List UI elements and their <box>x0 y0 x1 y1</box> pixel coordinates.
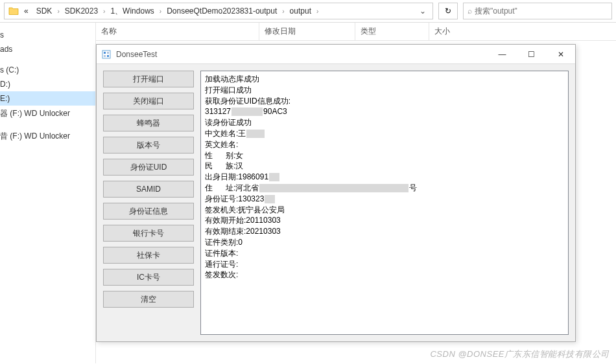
sidebar-item[interactable]: s (C:) <box>0 63 95 77</box>
column-headers: 名称 修改日期 类型 大小 <box>96 23 616 41</box>
search-icon: ⌕ <box>468 6 472 16</box>
output-line: 证件类别:0 <box>205 237 564 248</box>
app-title: DonseeTest <box>116 50 488 59</box>
output-line: 英文姓名: <box>205 139 564 150</box>
output-line: 读身份证成功 <box>205 117 564 128</box>
close-button[interactable]: ✕ <box>546 45 575 63</box>
app-button-6[interactable]: 身份证信息 <box>103 203 194 220</box>
sidebar-spacer <box>0 56 95 63</box>
maximize-button[interactable]: ☐ <box>517 45 546 63</box>
title-bar[interactable]: DonseeTest — ☐ ✕ <box>97 45 575 64</box>
svg-rect-1 <box>104 52 106 54</box>
app-button-2[interactable]: 蜂鸣器 <box>103 115 194 131</box>
app-button-9[interactable]: IC卡号 <box>103 269 194 286</box>
app-button-0[interactable]: 打开端口 <box>103 71 194 87</box>
chevron-right-icon: › <box>56 8 60 15</box>
chevron-right-icon: › <box>102 8 106 15</box>
folder-icon <box>7 5 20 17</box>
output-line: 签发数次: <box>205 269 564 280</box>
output-line: 证件版本: <box>205 248 564 259</box>
output-line: 加载动态库成功 <box>205 74 564 85</box>
app-button-4[interactable]: 身份证UID <box>103 159 194 176</box>
redacted-block <box>265 195 275 203</box>
redacted-block <box>269 173 279 181</box>
app-button-3[interactable]: 版本号 <box>103 137 194 154</box>
app-button-7[interactable]: 银行卡号 <box>103 225 194 242</box>
address-bar: « SDK › SDK2023 › 1、Windows › DonseeQtDe… <box>0 0 616 23</box>
chevron-right-icon: › <box>158 8 163 15</box>
column-header-type[interactable]: 类型 <box>355 23 429 40</box>
output-line: 有效期开始:20110303 <box>205 215 564 226</box>
breadcrumb-seg-2[interactable]: 1、Windows <box>106 4 158 19</box>
redacted-block <box>231 108 263 116</box>
sidebar-item[interactable]: E:) <box>0 91 95 106</box>
sidebar-item[interactable]: 昔 (F:) WD Unlocker <box>0 128 95 144</box>
sidebar-item[interactable]: ads <box>0 42 95 56</box>
app-window: DonseeTest — ☐ ✕ 打开端口关闭端口蜂鸣器版本号身份证UIDSAM… <box>96 44 576 342</box>
output-line: 获取身份证UID信息成功: <box>205 96 564 107</box>
output-line: 中文姓名:王 <box>205 128 564 139</box>
breadcrumb-seg-4[interactable]: output <box>286 5 315 17</box>
button-panel: 打开端口关闭端口蜂鸣器版本号身份证UIDSAMID身份证信息银行卡号社保卡IC卡… <box>103 71 194 335</box>
minimize-button[interactable]: — <box>488 45 517 63</box>
breadcrumb-seg-1[interactable]: SDK2023 <box>61 5 102 17</box>
column-header-size[interactable]: 大小 <box>429 23 481 40</box>
app-icon <box>102 49 112 60</box>
svg-rect-4 <box>107 55 109 57</box>
app-button-10[interactable]: 清空 <box>103 291 194 308</box>
search-input[interactable] <box>475 6 608 16</box>
app-button-5[interactable]: SAMID <box>103 181 194 198</box>
output-line: 通行证号: <box>205 259 564 270</box>
output-line: 签发机关:抚宁县公安局 <box>205 205 564 216</box>
sidebar-item[interactable]: D:) <box>0 77 95 91</box>
output-line: 31312790AC3 <box>205 106 564 117</box>
output-line: 住 址:河北省号 <box>205 183 564 194</box>
search-box[interactable]: ⌕ <box>463 3 612 19</box>
chevron-down-icon[interactable]: ⌄ <box>416 6 430 16</box>
chevron-right-icon: › <box>281 8 285 15</box>
refresh-button[interactable]: ↻ <box>438 3 458 19</box>
output-line: 性 别:女 <box>205 150 564 161</box>
output-line: 打开端口成功 <box>205 85 564 96</box>
redacted-block <box>246 130 265 138</box>
output-line: 民 族:汉 <box>205 161 564 172</box>
output-panel[interactable]: 加载动态库成功打开端口成功获取身份证UID信息成功:31312790AC3读身份… <box>200 71 569 335</box>
sidebar-item[interactable]: s <box>0 28 95 42</box>
redacted-block <box>259 184 409 192</box>
sidebar: sadss (C:)D:)E:)器 (F:) WD Unlocker昔 (F:)… <box>0 23 96 363</box>
refresh-icon: ↻ <box>445 6 451 16</box>
breadcrumb-seg-0[interactable]: SDK <box>32 5 56 17</box>
column-header-name[interactable]: 名称 <box>96 23 259 40</box>
svg-rect-0 <box>102 51 110 58</box>
chevron-right-icon: › <box>315 8 320 15</box>
breadcrumb-seg-3[interactable]: DonseeQtDemo2023831-output <box>163 5 281 17</box>
app-body: 打开端口关闭端口蜂鸣器版本号身份证UIDSAMID身份证信息银行卡号社保卡IC卡… <box>97 64 575 341</box>
output-line: 出身日期:1986091 <box>205 172 564 183</box>
svg-rect-3 <box>104 55 106 57</box>
app-button-1[interactable]: 关闭端口 <box>103 93 194 109</box>
app-button-8[interactable]: 社保卡 <box>103 247 194 264</box>
output-line: 身份证号:130323 <box>205 194 564 205</box>
svg-rect-2 <box>107 52 109 54</box>
sidebar-item[interactable]: 器 (F:) WD Unlocker <box>0 106 95 122</box>
breadcrumb-prefix[interactable]: « <box>20 5 32 17</box>
output-line: 有效期结束:20210303 <box>205 226 564 237</box>
column-header-modified[interactable]: 修改日期 <box>259 23 355 40</box>
breadcrumb[interactable]: « SDK › SDK2023 › 1、Windows › DonseeQtDe… <box>4 3 433 19</box>
sidebar-spacer <box>0 122 95 128</box>
